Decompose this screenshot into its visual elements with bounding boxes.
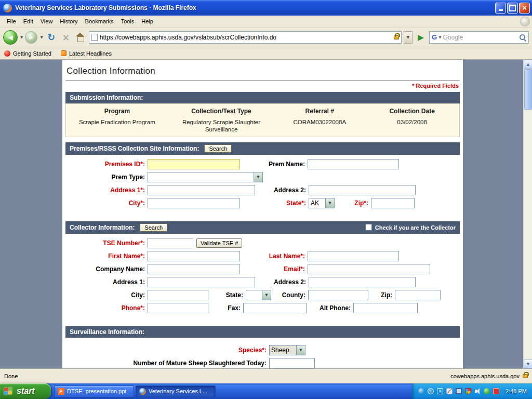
menu-view[interactable]: View — [37, 17, 57, 26]
search-box[interactable]: ▼ — [429, 31, 529, 44]
cell-test-type: Regulatory Scrapie Slaughter Surveillanc… — [168, 119, 274, 134]
required-fields-note: * Required Fields — [66, 83, 459, 89]
submission-section-header: Submission Information: — [65, 92, 460, 103]
premises-search-button[interactable]: Search — [204, 144, 232, 153]
prem-address2-input[interactable] — [309, 185, 416, 195]
validate-tse-button[interactable]: Validate TSE # — [196, 238, 242, 248]
column-header-referral: Referral # — [274, 106, 365, 119]
premises-section: Premises/RSSS Collection Site Informatio… — [65, 142, 460, 216]
alert-red-icon[interactable] — [493, 388, 499, 394]
collector-state-select[interactable]: ▼ — [246, 290, 271, 300]
collector-section-header: Collector Information: Search Check if y… — [65, 221, 460, 234]
go-button[interactable]: ▶ — [415, 31, 427, 44]
taskbar-item-powerpoint[interactable]: DTSE_presentation.ppt — [54, 385, 134, 397]
email-input[interactable] — [308, 264, 430, 274]
status-green-icon[interactable] — [484, 388, 490, 394]
is-collector-checkbox-label: Check if you are the Collector — [375, 224, 456, 231]
reload-icon[interactable]: ↻ — [45, 31, 58, 44]
fax-input[interactable] — [243, 303, 307, 313]
home-button[interactable] — [74, 31, 87, 44]
collector-county-input[interactable] — [308, 290, 368, 300]
collector-address2-input[interactable] — [309, 277, 416, 287]
scroll-up-icon[interactable]: ▲ — [524, 60, 532, 69]
prem-state-select[interactable]: AK▼ — [309, 198, 335, 208]
tablet-pen-icon[interactable] — [446, 388, 453, 394]
is-collector-checkbox[interactable] — [365, 224, 372, 231]
cell-program: Scrapie Eradication Program — [66, 119, 168, 134]
mature-slaughtered-today-input[interactable] — [269, 358, 315, 368]
menu-file[interactable]: File — [3, 17, 20, 26]
desktop: Veterinary Services Laboratory Submissio… — [0, 0, 532, 399]
menu-edit[interactable]: Edit — [20, 17, 37, 26]
prem-state-label: State*: — [240, 200, 309, 207]
network-globe-icon[interactable] — [428, 388, 434, 394]
menu-history[interactable]: History — [56, 17, 81, 26]
menu-help[interactable]: Help — [138, 17, 157, 26]
ssl-lock-icon[interactable] — [523, 374, 528, 378]
bookmark-latest-headlines[interactable]: Latest Headlines — [61, 50, 112, 57]
restore-button[interactable] — [507, 3, 518, 14]
url-input[interactable] — [100, 34, 392, 41]
premises-header-label: Premises/RSSS Collection Site Informatio… — [70, 145, 199, 152]
search-magnifier-icon[interactable] — [519, 34, 526, 41]
minimize-button[interactable] — [495, 3, 506, 14]
cell-referral: CORAM03022008A — [274, 119, 365, 134]
messenger-icon[interactable] — [418, 388, 424, 394]
start-button[interactable]: start — [0, 383, 51, 399]
collector-zip-input[interactable] — [395, 290, 441, 300]
prem-name-input[interactable] — [308, 159, 399, 169]
submission-header-label: Submission Information: — [70, 94, 143, 101]
last-name-label: Last Name*: — [240, 252, 308, 260]
company-name-input[interactable] — [148, 264, 240, 274]
prem-type-select[interactable]: ▼ — [148, 172, 263, 182]
search-input[interactable] — [443, 34, 517, 41]
security-center-icon[interactable] — [465, 388, 471, 394]
prem-city-label: City*: — [65, 200, 148, 207]
prem-zip-input[interactable] — [371, 198, 415, 208]
forward-history-dropdown-icon[interactable]: ▼ — [40, 35, 43, 39]
scroll-down-icon[interactable]: ▼ — [524, 360, 532, 368]
vertical-scrollbar[interactable]: ▲ ▼ — [523, 60, 532, 368]
collector-search-button[interactable]: Search — [140, 223, 167, 232]
collector-city-input[interactable] — [148, 290, 208, 300]
table-row: Scrapie Eradication Program Regulatory S… — [66, 119, 459, 134]
address-bar[interactable] — [89, 31, 402, 44]
display-settings-icon[interactable] — [456, 388, 462, 394]
menu-tools[interactable]: Tools — [117, 17, 138, 26]
species-select[interactable]: Sheep▼ — [269, 345, 305, 355]
bookmark-label: Latest Headlines — [69, 50, 112, 57]
back-history-dropdown-icon[interactable]: ▼ — [20, 35, 23, 39]
collector-header-label: Collector Information: — [70, 224, 135, 231]
premises-id-input[interactable] — [148, 159, 240, 169]
volume-icon[interactable] — [474, 388, 481, 394]
company-name-label: Company Name: — [65, 265, 148, 273]
cell-collection-date: 03/02/2008 — [365, 119, 459, 134]
collector-address1-label: Address 1: — [65, 278, 148, 286]
tse-number-input[interactable] — [148, 238, 193, 248]
taskbar-item-firefox[interactable]: Veterinary Services L... — [136, 385, 216, 397]
alt-phone-input[interactable] — [353, 303, 418, 313]
window-titlebar: Veterinary Services Laboratory Submissio… — [0, 0, 532, 16]
menu-bookmarks[interactable]: Bookmarks — [82, 17, 117, 26]
forward-button[interactable]: ▶ — [25, 31, 37, 44]
scrollbar-thumb[interactable] — [524, 69, 532, 110]
stop-icon[interactable]: × — [60, 31, 72, 44]
search-engine-dropdown-icon[interactable]: ▼ — [438, 35, 441, 39]
bookmark-getting-started[interactable]: Getting Started — [4, 50, 51, 57]
web-page: Collection Information * Required Fields… — [62, 60, 463, 368]
column-header-collection-date: Collection Date — [365, 106, 459, 119]
url-history-dropdown-button[interactable]: ▼ — [404, 31, 413, 44]
collector-address1-input[interactable] — [148, 277, 255, 287]
phone-input[interactable] — [148, 303, 208, 313]
close-button[interactable]: × — [519, 3, 530, 14]
prem-address1-input[interactable] — [148, 185, 255, 195]
collector-city-label: City: — [65, 291, 148, 299]
back-button[interactable]: ◀ — [3, 30, 18, 45]
navigation-toolbar: ◀ ▼ ▶ ▼ ↻ × ▼ ▶ ▼ — [0, 28, 532, 47]
prem-address2-label: Address 2: — [255, 187, 309, 194]
hide-icons-chevron[interactable] — [437, 388, 443, 394]
surveillance-section: Surveillance Information: Species*: Shee… — [65, 326, 460, 368]
last-name-input[interactable] — [308, 251, 399, 261]
first-name-input[interactable] — [148, 251, 240, 261]
prem-city-input[interactable] — [148, 198, 240, 208]
